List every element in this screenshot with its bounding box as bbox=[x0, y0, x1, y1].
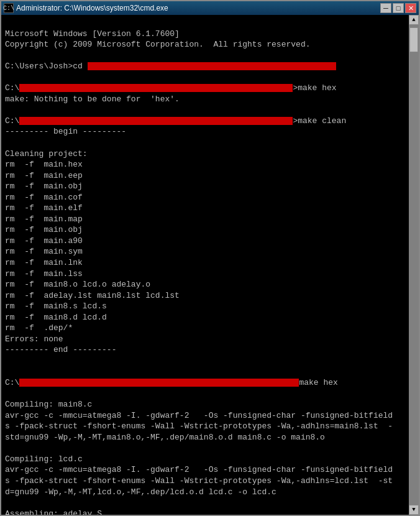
window-controls: ─ □ ✕ bbox=[380, 3, 416, 13]
scroll-down-button[interactable]: ▼ bbox=[409, 505, 419, 515]
scrollbar-thumb[interactable] bbox=[409, 27, 418, 52]
prompt-make1-line: C:\>make hex make: Nothing to be done fo… bbox=[5, 83, 337, 104]
prompt-cd-line: C:\Users\Josh>cd bbox=[5, 62, 336, 71]
minimize-button[interactable]: ─ bbox=[380, 3, 391, 13]
terminal-content[interactable]: Microsoft Windows [Version 6.1.7600] Cop… bbox=[1, 15, 409, 515]
title-bar: C:\ Administrator: C:\Windows\system32\c… bbox=[1, 1, 419, 15]
scrollbar[interactable]: ▲ ▼ bbox=[409, 15, 419, 515]
title-bar-left: C:\ Administrator: C:\Windows\system32\c… bbox=[4, 3, 168, 13]
prompt-make3-line: C:\make hex Compiling: main8.c avr-gcc -… bbox=[5, 378, 408, 515]
cmd-icon: C:\ bbox=[4, 3, 14, 13]
maximize-button[interactable]: □ bbox=[393, 3, 404, 13]
scroll-up-button[interactable]: ▲ bbox=[409, 15, 419, 25]
close-button[interactable]: ✕ bbox=[405, 3, 416, 13]
cmd-window: C:\ Administrator: C:\Windows\system32\c… bbox=[0, 0, 420, 516]
line-1: Microsoft Windows [Version 6.1.7600] Cop… bbox=[5, 29, 310, 50]
scrollbar-track[interactable] bbox=[409, 25, 419, 505]
prompt-make2-line: C:\>make clean --------- begin ---------… bbox=[5, 116, 346, 354]
window-title: Administrator: C:\Windows\system32\cmd.e… bbox=[16, 4, 168, 12]
terminal-body: Microsoft Windows [Version 6.1.7600] Cop… bbox=[1, 15, 419, 515]
